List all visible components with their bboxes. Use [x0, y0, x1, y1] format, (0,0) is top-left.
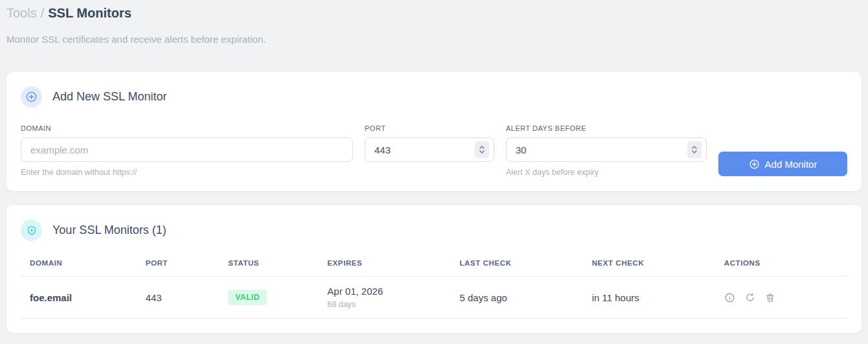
port-label: PORT [365, 124, 494, 132]
header-actions: ACTIONS [715, 251, 847, 277]
header-port: PORT [137, 251, 220, 277]
page-title: SSL Monitors [48, 6, 131, 20]
shield-icon [21, 220, 42, 241]
monitors-list-title: Your SSL Monitors (1) [52, 224, 166, 237]
monitors-table: DOMAIN PORT STATUS EXPIRES LAST CHECK NE… [21, 251, 847, 319]
table-header-row: DOMAIN PORT STATUS EXPIRES LAST CHECK NE… [21, 251, 847, 277]
expires-days-remaining: 68 days [327, 300, 441, 309]
expires-date: Apr 01, 2026 [327, 286, 441, 297]
monitors-list-header: Your SSL Monitors (1) [21, 220, 847, 241]
table-row: foe.email 443 VALID Apr 01, 2026 68 days… [21, 277, 847, 319]
monitor-last-check: 5 days ago [450, 277, 582, 319]
alert-days-input[interactable] [506, 137, 707, 162]
breadcrumb-separator: / [37, 6, 49, 20]
monitor-next-check: in 11 hours [583, 277, 715, 319]
status-badge: VALID [228, 290, 267, 305]
monitors-list-card: Your SSL Monitors (1) DOMAIN PORT STATUS… [6, 205, 862, 333]
domain-field-group: DOMAIN Enter the domain without https:// [21, 124, 353, 177]
header-last-check: LAST CHECK [450, 251, 582, 277]
add-monitor-header: Add New SSL Monitor [21, 86, 847, 108]
refresh-icon[interactable] [745, 292, 755, 303]
alert-days-field-group: ALERT DAYS BEFORE Alert X days before ex… [506, 124, 707, 177]
alert-days-label: ALERT DAYS BEFORE [506, 124, 707, 132]
port-field-group: PORT [365, 124, 494, 162]
add-monitor-title: Add New SSL Monitor [52, 90, 166, 104]
plus-circle-icon [749, 159, 760, 170]
ssl-monitors-page: Tools/SSL Monitors Monitor SSL certifica… [0, 0, 868, 333]
header-next-check: NEXT CHECK [583, 251, 715, 277]
domain-input[interactable] [21, 137, 353, 162]
breadcrumb: Tools/SSL Monitors [6, 4, 862, 22]
trash-icon[interactable] [765, 292, 775, 303]
monitor-port: 443 [137, 277, 220, 319]
monitor-expires: Apr 01, 2026 68 days [318, 277, 450, 319]
add-monitor-button[interactable]: Add Monitor [718, 152, 847, 176]
plus-circle-icon [21, 86, 42, 108]
page-subtitle: Monitor SSL certificates and receive ale… [6, 34, 862, 45]
header-status: STATUS [219, 251, 318, 277]
monitor-domain: foe.email [21, 277, 137, 319]
header-expires: EXPIRES [318, 251, 450, 277]
domain-label: DOMAIN [21, 124, 353, 132]
add-monitor-form: DOMAIN Enter the domain without https://… [21, 124, 847, 177]
row-actions [724, 292, 838, 303]
add-monitor-button-label: Add Monitor [765, 159, 817, 170]
alert-days-stepper[interactable] [687, 141, 702, 158]
port-stepper[interactable] [475, 141, 489, 158]
domain-help-text: Enter the domain without https:// [21, 168, 353, 177]
breadcrumb-parent[interactable]: Tools [6, 6, 37, 20]
alert-days-help-text: Alert X days before expiry [506, 168, 707, 177]
header-domain: DOMAIN [21, 251, 137, 277]
info-icon[interactable] [724, 292, 735, 303]
add-monitor-card: Add New SSL Monitor DOMAIN Enter the dom… [6, 72, 862, 191]
